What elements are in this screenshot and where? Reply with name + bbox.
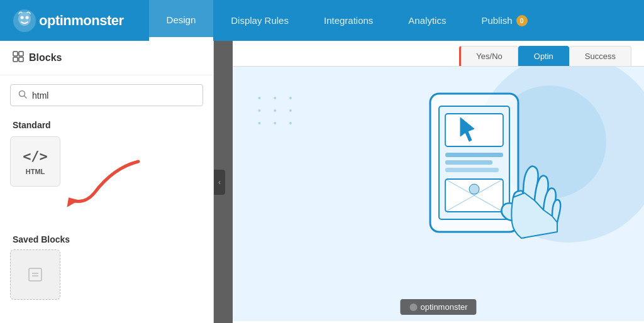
nav-tab-analytics[interactable]: Analytics (391, 0, 464, 41)
bg-dots: • • •• • •• • • (258, 92, 297, 129)
main-layout: Blocks Standard </> HTML (0, 41, 644, 323)
collapse-button[interactable]: ‹ (214, 170, 225, 195)
sidebar-header: Blocks (0, 41, 213, 75)
svg-marker-10 (63, 194, 79, 207)
html-block[interactable]: </> HTML (10, 136, 60, 187)
svg-point-25 (409, 304, 417, 311)
svg-rect-20 (445, 168, 499, 172)
om-watermark: optinmonster (400, 299, 476, 315)
search-input[interactable] (32, 90, 195, 101)
canvas-area: ‹ Yes/No Optin Success • • •• • •• (214, 41, 644, 323)
blocks-grid: </> HTML (0, 136, 213, 187)
svg-rect-4 (13, 52, 18, 56)
search-icon (18, 90, 27, 101)
svg-line-9 (25, 96, 27, 99)
html-block-icon: </> (23, 148, 48, 164)
blocks-icon (13, 51, 24, 65)
main-nav: Design Display Rules Integrations Analyt… (149, 0, 631, 41)
collapse-icon: ‹ (218, 178, 221, 187)
phone-hand-illustration (392, 79, 631, 309)
html-block-label: HTML (26, 168, 45, 175)
svg-point-2 (21, 16, 24, 19)
svg-rect-16 (445, 114, 503, 146)
search-box[interactable] (10, 84, 203, 106)
nav-tab-integrations[interactable]: Integrations (306, 0, 391, 41)
svg-point-3 (26, 16, 29, 19)
sidebar: Blocks Standard </> HTML (0, 41, 214, 323)
preview-tabs: Yes/No Optin Success (233, 41, 644, 67)
tab-success[interactable]: Success (569, 46, 631, 66)
svg-point-24 (469, 184, 479, 194)
logo-text: optinmonster (39, 13, 124, 29)
nav-tab-publish[interactable]: Publish 0 (464, 0, 545, 41)
tab-yesno[interactable]: Yes/No (459, 46, 518, 66)
svg-rect-11 (29, 268, 42, 281)
blocks-title: Blocks (29, 52, 62, 63)
nav-tab-design[interactable]: Design (149, 0, 214, 41)
preview-content: • • •• • •• • • (233, 67, 644, 321)
svg-rect-19 (445, 160, 492, 165)
saved-block-item[interactable] (10, 249, 60, 300)
header: optinmonster Design Display Rules Integr… (0, 0, 644, 41)
tab-optin[interactable]: Optin (518, 46, 569, 66)
standard-section-label: Standard (0, 115, 213, 136)
svg-rect-18 (445, 153, 503, 157)
logo-icon (13, 9, 36, 33)
publish-badge: 0 (516, 15, 528, 26)
illustration-svg (411, 81, 613, 307)
saved-blocks-label: Saved Blocks (0, 224, 213, 249)
preview-panel: Yes/No Optin Success • • •• • •• • • (233, 41, 644, 323)
svg-rect-7 (19, 57, 23, 62)
svg-rect-6 (13, 57, 18, 62)
logo[interactable]: optinmonster (13, 9, 124, 33)
svg-rect-5 (19, 52, 23, 56)
nav-tab-display-rules[interactable]: Display Rules (213, 0, 306, 41)
